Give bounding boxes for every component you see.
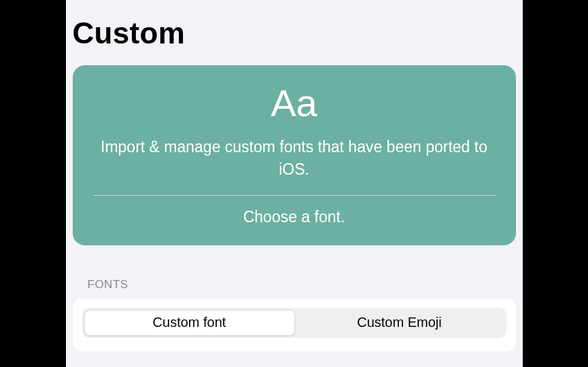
hero-description: Import & manage custom fonts that have b… [93,136,496,181]
font-sample: Aa [93,84,496,122]
hero-card: Aa Import & manage custom fonts that hav… [73,65,516,245]
fonts-card: Custom font Custom Emoji [73,298,516,351]
fonts-section-header: FONTS [66,278,523,292]
font-type-segmented-control: Custom font Custom Emoji [82,308,506,338]
page-title: Custom [66,16,523,50]
custom-fonts-page: Custom Aa Import & manage custom fonts t… [66,0,523,367]
hero-choose-text: Choose a font. [93,208,496,226]
segment-custom-font[interactable]: Custom font [84,310,295,336]
segment-custom-emoji[interactable]: Custom Emoji [295,310,504,336]
hero-divider [93,195,496,196]
